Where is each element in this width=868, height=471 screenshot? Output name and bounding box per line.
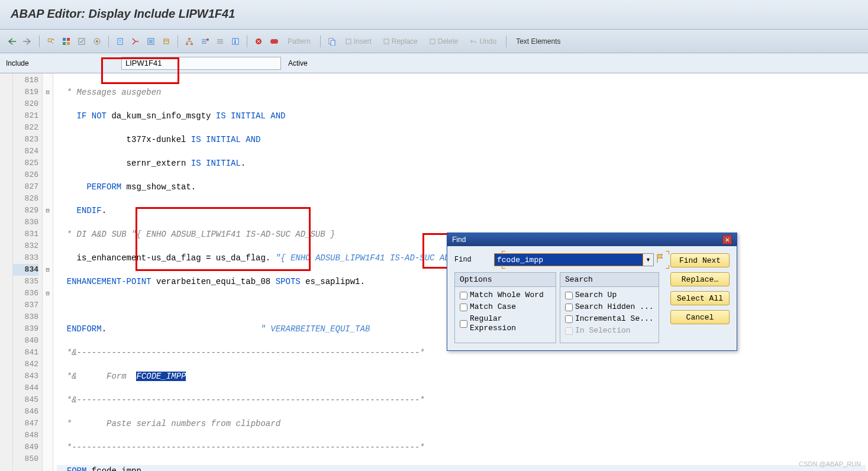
svg-rect-10 bbox=[188, 38, 191, 40]
undo-button[interactable]: Undo bbox=[465, 36, 501, 47]
close-icon[interactable]: ✕ bbox=[722, 235, 732, 244]
find-dialog-title-bar[interactable]: Find ✕ bbox=[447, 233, 737, 246]
svg-rect-12 bbox=[191, 43, 193, 45]
find-label: Find bbox=[454, 256, 487, 264]
svg-rect-20 bbox=[331, 40, 335, 46]
fold-column[interactable]: ⊟⊟⊟⊟ bbox=[43, 73, 53, 471]
dropdown-icon[interactable]: ▼ bbox=[643, 253, 654, 266]
replace-button[interactable]: Replace… bbox=[670, 272, 730, 286]
watermark: CSDN @ABAP_RUN bbox=[799, 460, 861, 467]
regex-checkbox[interactable] bbox=[460, 320, 467, 328]
search-up-checkbox[interactable] bbox=[565, 292, 573, 299]
hierarchy-icon[interactable] bbox=[183, 35, 196, 48]
search-title: Search bbox=[560, 273, 659, 287]
svg-rect-11 bbox=[186, 43, 188, 45]
in-selection-checkbox bbox=[565, 327, 573, 335]
where-used-icon[interactable] bbox=[129, 35, 142, 48]
set-breakpoint-icon[interactable] bbox=[252, 35, 265, 48]
find-dialog: Find ✕ Find ▼ Options Match Whole bbox=[447, 233, 737, 351]
find-next-button[interactable]: Find Next bbox=[670, 253, 730, 267]
toolbar: i Pattern Insert Replace Delete Undo Tex… bbox=[0, 30, 868, 53]
delete-button[interactable]: Delete bbox=[425, 36, 463, 47]
search-hidden-checkbox[interactable] bbox=[565, 304, 573, 311]
find-input[interactable] bbox=[494, 253, 643, 266]
replace-button[interactable]: Replace bbox=[379, 36, 422, 47]
select-all-button[interactable]: Select All bbox=[670, 291, 730, 305]
margin-column bbox=[0, 73, 13, 471]
pattern-button[interactable]: Pattern bbox=[283, 36, 315, 47]
other-object-icon[interactable] bbox=[60, 35, 73, 48]
status-label: Active bbox=[288, 59, 308, 67]
display-change-icon[interactable] bbox=[44, 35, 57, 48]
include-label: Include bbox=[6, 59, 121, 67]
cancel-button[interactable]: Cancel bbox=[670, 310, 730, 324]
svg-rect-1 bbox=[63, 38, 66, 41]
find-dialog-title: Find bbox=[452, 236, 466, 244]
options-title: Options bbox=[455, 273, 556, 287]
pretty-printer-icon[interactable] bbox=[325, 35, 338, 48]
info-icon[interactable]: i bbox=[229, 35, 242, 48]
info-bar: Include LIPW1F41 Active bbox=[0, 53, 868, 73]
match-case-checkbox[interactable] bbox=[460, 304, 467, 311]
svg-rect-3 bbox=[63, 42, 66, 45]
text-elements-button[interactable]: Text Elements bbox=[511, 36, 565, 47]
search-group: Search Search Up Search Hidden ... Incre… bbox=[560, 272, 659, 343]
page-title: ABAP Editor: Display Include LIPW1F41 bbox=[11, 7, 857, 21]
svg-rect-23 bbox=[430, 39, 435, 44]
forward-icon[interactable] bbox=[21, 35, 34, 48]
check-icon[interactable] bbox=[75, 35, 88, 48]
object-directory-icon[interactable] bbox=[160, 35, 173, 48]
svg-rect-22 bbox=[384, 39, 389, 44]
settings-icon[interactable] bbox=[214, 35, 227, 48]
display-list-icon[interactable] bbox=[144, 35, 157, 48]
include-input[interactable]: LIPW1F41 bbox=[121, 57, 281, 70]
delete-breakpoint-icon[interactable] bbox=[267, 35, 280, 48]
svg-point-18 bbox=[273, 39, 278, 44]
insert-button[interactable]: Insert bbox=[341, 36, 376, 47]
code-editor[interactable]: 8188198208218228238248258268278288298308… bbox=[0, 73, 868, 471]
svg-text:i: i bbox=[234, 38, 236, 45]
title-bar: ABAP Editor: Display Include LIPW1F41 bbox=[0, 0, 868, 30]
svg-point-13 bbox=[206, 38, 209, 41]
svg-point-7 bbox=[96, 40, 98, 43]
svg-rect-8 bbox=[118, 38, 122, 44]
test-icon[interactable] bbox=[114, 35, 127, 48]
svg-rect-21 bbox=[346, 39, 351, 44]
incremental-checkbox[interactable] bbox=[565, 315, 573, 323]
activate-icon[interactable] bbox=[91, 35, 104, 48]
match-whole-word-checkbox[interactable] bbox=[460, 292, 467, 299]
svg-rect-4 bbox=[67, 42, 70, 45]
options-group: Options Match Whole Word Match Case Regu… bbox=[454, 272, 556, 343]
flag-icon[interactable] bbox=[656, 253, 666, 266]
line-gutter: 8188198208218228238248258268278288298308… bbox=[13, 73, 43, 471]
breakpoint-icon[interactable] bbox=[198, 35, 211, 48]
back-icon[interactable] bbox=[6, 35, 19, 48]
svg-rect-2 bbox=[67, 38, 70, 41]
